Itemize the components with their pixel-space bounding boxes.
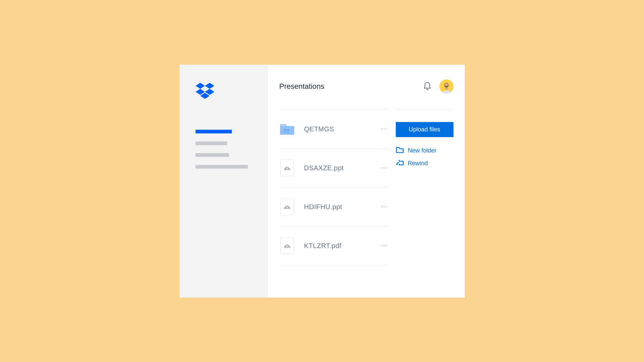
more-icon[interactable]: [380, 205, 388, 209]
action-label: New folder: [408, 147, 437, 154]
rewind-icon: [396, 159, 404, 168]
file-name: QETMGS: [304, 125, 370, 133]
divider: [396, 110, 453, 110]
file-row-folder[interactable]: QETMGS: [279, 110, 388, 149]
sidebar-nav-item-active[interactable]: [196, 130, 232, 133]
dropbox-logo-icon[interactable]: [196, 83, 255, 100]
sidebar-nav-item[interactable]: [196, 153, 229, 157]
svg-point-10: [284, 129, 286, 131]
shared-folder-icon: [279, 123, 295, 135]
actions-panel: Upload files New folder: [396, 110, 453, 265]
file-name: KTLZRT.pdf: [304, 242, 370, 250]
main-content: Presentations: [268, 65, 465, 298]
action-label: Rewind: [408, 160, 428, 167]
svg-marker-0: [196, 83, 205, 89]
file-document-icon: [280, 160, 294, 176]
more-icon[interactable]: [380, 127, 388, 131]
avatar[interactable]: [439, 79, 453, 94]
more-icon[interactable]: [380, 166, 388, 170]
sidebar-nav-item[interactable]: [196, 165, 248, 169]
sidebar: [179, 65, 268, 298]
file-name: DSAXZE.ppt: [304, 164, 370, 172]
file-row[interactable]: DSAXZE.ppt: [279, 149, 388, 188]
rewind-button[interactable]: Rewind: [396, 157, 453, 170]
more-icon[interactable]: [380, 244, 388, 248]
new-folder-button[interactable]: New folder: [396, 144, 453, 157]
svg-rect-9: [280, 126, 294, 135]
app-window: Presentations: [179, 65, 465, 298]
file-list: QETMGS DSAXZE.ppt: [279, 110, 388, 265]
notifications-icon[interactable]: [423, 81, 431, 91]
topbar: Presentations: [279, 79, 453, 94]
sidebar-nav-item[interactable]: [196, 141, 227, 145]
file-document-icon: [280, 198, 294, 215]
file-row[interactable]: KTLZRT.pdf: [279, 227, 388, 265]
file-document-icon: [280, 237, 294, 254]
upload-files-button[interactable]: Upload files: [396, 122, 453, 137]
svg-point-11: [287, 129, 289, 131]
folder-outline-icon: [396, 146, 404, 155]
file-name: HDIFHU.ppt: [304, 203, 370, 211]
svg-marker-1: [205, 83, 214, 89]
page-title: Presentations: [279, 82, 325, 91]
file-row[interactable]: HDIFHU.ppt: [279, 188, 388, 227]
